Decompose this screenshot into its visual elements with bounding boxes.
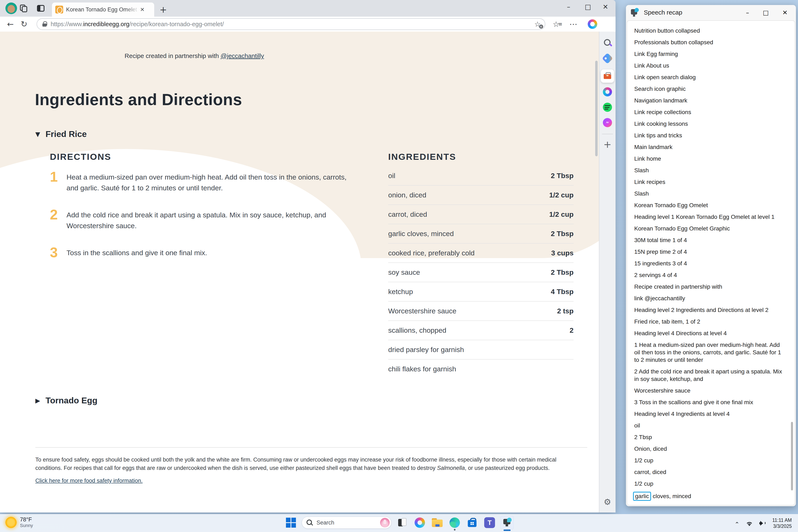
sidebar-messenger-icon[interactable]	[603, 118, 612, 127]
favorites-icon[interactable]: ☆≡	[553, 20, 559, 28]
sidebar-tools-icon[interactable]	[601, 70, 614, 83]
weather-temp: 78°F	[20, 516, 33, 523]
speech-recap-line: Heading level 4 Directions at level 4	[634, 329, 785, 337]
directions-title: DIRECTIONS	[50, 152, 111, 162]
url-text: https://www.incredibleegg.org/recipe/kor…	[51, 21, 224, 27]
add-favorite-icon[interactable]: ☆+	[534, 20, 540, 28]
speech-recap-line: Navigation landmark	[634, 97, 785, 104]
sidebar-shopping-icon[interactable]	[602, 53, 613, 64]
speech-maximize-button[interactable]: □	[763, 9, 769, 16]
browser-close-button[interactable]: ✕	[603, 3, 608, 11]
tornado-egg-accordion[interactable]: ▶ Tornado Egg	[35, 396, 97, 405]
recipe-page: Recipe created in partnership with @jecc…	[0, 32, 599, 512]
search-icon	[306, 519, 313, 526]
page-title: Ingredients and Directions	[35, 90, 242, 109]
start-button[interactable]	[284, 516, 298, 529]
step-text: Add the cold rice and break it apart usi…	[66, 208, 353, 231]
ingredient-row: ketchup 4 Tbsp	[388, 282, 574, 302]
file-explorer-icon[interactable]	[431, 516, 444, 529]
ingredient-name: chili flakes for garnish	[388, 365, 456, 373]
ingredient-amount: 1/2 cup	[549, 191, 574, 199]
ingredient-name: Worcestershire sauce	[388, 307, 456, 315]
speech-recap-line: Link cooking lessons	[634, 120, 785, 128]
settings-more-icon[interactable]: ⋯	[569, 20, 578, 29]
fried-rice-accordion[interactable]: ▼ Fried Rice	[35, 129, 87, 139]
sidebar-settings-gear-icon[interactable]: ⚙	[604, 497, 611, 507]
edge-icon[interactable]	[448, 516, 461, 529]
speech-recap-line: Link recipe collections	[634, 109, 785, 116]
sidebar-search-icon[interactable]	[604, 39, 611, 46]
browser-tab[interactable]: Korean Tornado Egg Omelet - An ✕	[52, 2, 154, 17]
speech-recap-line: 1/2 cup	[634, 480, 785, 488]
direction-step: 3 Toss in the scallions and give it one …	[50, 246, 353, 259]
lock-icon[interactable]	[42, 21, 47, 27]
hidden-icons-chevron[interactable]: ⌃	[735, 521, 739, 528]
weather-widget[interactable]: 78°F Sunny	[5, 516, 33, 528]
browser-maximize-button[interactable]: □	[585, 3, 591, 11]
narrator-taskbar-icon[interactable]	[500, 516, 514, 529]
ingredient-name: garlic cloves, minced	[388, 230, 454, 238]
ingredient-name: cooked rice, preferably cold	[388, 249, 475, 257]
sidebar-add-icon[interactable]: +	[604, 139, 612, 150]
back-button[interactable]: ←	[7, 20, 14, 29]
clock[interactable]: 11:11 AM 3/3/2025	[772, 517, 792, 529]
sidebar-divider	[602, 134, 613, 134]
tab-stacks-icon[interactable]	[20, 4, 28, 13]
task-view-button[interactable]	[396, 516, 409, 529]
ingredient-name: oil	[388, 172, 395, 180]
speech-recap-line: Heading level 4 Ingredients at level 4	[634, 410, 785, 418]
speech-recap-line: Link home	[634, 155, 785, 163]
speech-scrollbar-thumb[interactable]	[791, 422, 793, 491]
ingredient-row: chili flakes for garnish	[388, 360, 574, 378]
microsoft-store-icon[interactable]	[466, 516, 479, 529]
food-safety-link[interactable]: Click here for more food safety informat…	[35, 478, 142, 484]
bing-daily-image-icon[interactable]	[380, 518, 390, 528]
browser-window: Korean Tornado Egg Omelet - An ✕ + – □ ✕…	[0, 0, 615, 512]
speech-recap-line: Link About us	[634, 62, 785, 70]
speech-recap-line: Link recipes	[634, 178, 785, 186]
teams-icon[interactable]: T	[483, 516, 496, 529]
speech-recap-current-line: garlic cloves, minced	[634, 492, 785, 501]
step-text: Heat a medium-sized pan over medium-high…	[66, 170, 353, 193]
speech-recap-line: Onion, diced	[634, 445, 785, 453]
ingredient-name: soy sauce	[388, 268, 420, 277]
speech-recap-line: Recipe created in partnership with	[634, 283, 785, 290]
tray-date: 3/3/2025	[772, 523, 792, 529]
volume-icon[interactable]	[759, 520, 766, 526]
browser-minimize-button[interactable]: –	[567, 3, 570, 11]
wifi-icon[interactable]	[746, 520, 753, 526]
taskbar-copilot-icon[interactable]	[413, 516, 426, 529]
page-scrollbar-thumb[interactable]	[595, 61, 598, 156]
ingredient-amount: 1/2 cup	[549, 210, 574, 218]
address-bar[interactable]: https://www.incredibleegg.org/recipe/kor…	[37, 18, 545, 30]
tab-strip: Korean Tornado Egg Omelet - An ✕ + – □ ✕	[0, 0, 615, 17]
speech-minimize-button[interactable]: –	[746, 9, 749, 16]
new-tab-button[interactable]: +	[159, 4, 167, 15]
taskbar-search[interactable]: Search	[302, 517, 392, 529]
tab-title: Korean Tornado Egg Omelet - An	[66, 6, 139, 13]
step-number: 3	[50, 246, 66, 259]
copilot-icon[interactable]	[588, 19, 597, 29]
refresh-button[interactable]: ↻	[21, 20, 27, 29]
speech-recap-line: Search icon graphic	[634, 85, 785, 93]
ingredient-amount: 2	[570, 326, 574, 335]
speech-recap-line: 2 Add the cold rice and break it apart u…	[634, 368, 785, 383]
divider	[35, 447, 587, 448]
speech-recap-line: link @jeccachantilly	[634, 295, 785, 302]
sidebar-m365-icon[interactable]	[603, 87, 612, 96]
profile-avatar[interactable]	[5, 2, 17, 14]
ingredients-list: oil 2 Tbsp onion, diced 1/2 cup carrot, …	[388, 166, 574, 378]
narrator-app-icon	[630, 8, 639, 17]
chevron-down-icon: ▼	[35, 131, 40, 138]
speech-recap-line: Korean Tornado Egg Omelet Graphic	[634, 225, 785, 232]
ingredient-row: onion, diced 1/2 cup	[388, 186, 574, 205]
ingredient-row: Worcestershire sauce 2 tsp	[388, 302, 574, 321]
partner-link[interactable]: @jeccachantilly	[221, 52, 264, 59]
tab-close-icon[interactable]: ✕	[140, 6, 145, 13]
workspaces-sidebar-icon[interactable]	[37, 5, 44, 12]
speech-close-button[interactable]: ✕	[782, 9, 787, 16]
browser-toolbar: ← ↻ https://www.incredibleegg.org/recipe…	[0, 17, 615, 32]
sidebar-spotify-icon[interactable]	[603, 103, 612, 112]
system-tray: ⌃ 11:11 AM 3/3/2025	[735, 514, 792, 532]
speech-recap-titlebar[interactable]: Speech recap – □ ✕	[626, 5, 796, 20]
